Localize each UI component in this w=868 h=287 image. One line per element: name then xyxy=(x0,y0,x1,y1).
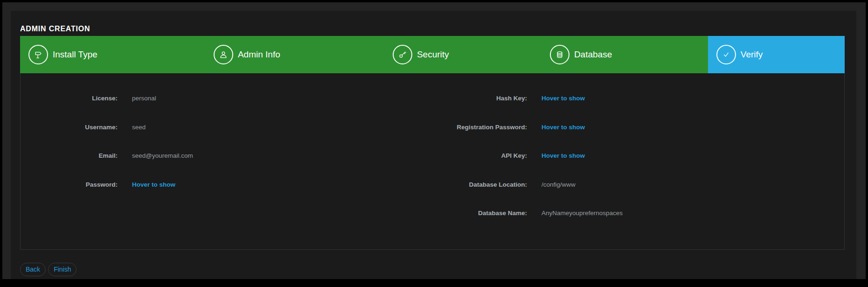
step-icon-ring xyxy=(214,45,233,64)
step-label: Database xyxy=(574,49,612,60)
page-background: ADMIN CREATION Install Type xyxy=(2,2,866,279)
hover-to-show-link[interactable]: Hover to show xyxy=(542,124,585,131)
step-icon-ring xyxy=(716,45,736,64)
form-row: Username: seed xyxy=(21,113,432,142)
field-label: API Key: xyxy=(432,152,527,159)
step-icon-ring xyxy=(28,45,48,64)
field-label: Registration Password: xyxy=(432,124,527,131)
step-label: Verify xyxy=(741,49,763,60)
hover-to-show-link[interactable]: Hover to show xyxy=(542,152,585,159)
step-verify[interactable]: Verify xyxy=(708,36,845,73)
step-icon-ring xyxy=(393,45,412,64)
field-label: Username: xyxy=(21,124,118,131)
field-label: Database Location: xyxy=(432,181,527,188)
form-row: Registration Password: Hover to show xyxy=(432,113,844,142)
field-label: Database Name: xyxy=(432,210,527,217)
hover-to-show-link[interactable]: Hover to show xyxy=(542,95,585,102)
summary-column-left: License: personal Username: seed Email: … xyxy=(21,84,432,249)
finish-button[interactable]: Finish xyxy=(48,263,76,276)
user-icon xyxy=(218,49,229,60)
step-label: Security xyxy=(417,49,449,60)
form-row: Database Location: /config/www xyxy=(432,170,844,199)
signpost-icon xyxy=(33,49,43,60)
field-value: seed xyxy=(132,124,146,131)
form-row: API Key: Hover to show xyxy=(432,141,844,170)
field-value: personal xyxy=(132,95,156,102)
step-install-type[interactable]: Install Type xyxy=(20,36,205,73)
hover-to-show-link[interactable]: Hover to show xyxy=(132,181,175,188)
step-database[interactable]: Database xyxy=(542,36,708,73)
field-label: Email: xyxy=(21,152,118,159)
summary-column-right: Hash Key: Hover to show Registration Pas… xyxy=(432,84,844,249)
form-row: Password: Hover to show xyxy=(21,170,432,199)
page-title: ADMIN CREATION xyxy=(20,24,856,34)
field-value: seed@youremail.com xyxy=(132,152,193,159)
form-row: Database Name: AnyNameyouprefernospaces xyxy=(432,199,844,228)
wizard-steps-bar: Install Type Admin Info xyxy=(20,36,845,73)
form-row: License: personal xyxy=(21,84,432,113)
wizard-footer: Back Finish xyxy=(20,263,856,276)
check-icon xyxy=(721,49,731,60)
step-label: Install Type xyxy=(53,49,97,60)
key-icon xyxy=(397,49,408,60)
form-row: Hash Key: Hover to show xyxy=(432,84,844,113)
verify-summary: License: personal Username: seed Email: … xyxy=(20,73,845,250)
step-admin-info[interactable]: Admin Info xyxy=(205,36,384,73)
step-icon-ring xyxy=(550,45,569,64)
database-icon xyxy=(555,49,565,60)
field-label: Hash Key: xyxy=(432,95,527,102)
screenshot-frame: ADMIN CREATION Install Type xyxy=(0,0,868,287)
admin-creation-panel: ADMIN CREATION Install Type xyxy=(11,11,856,279)
field-value: /config/www xyxy=(542,181,576,188)
field-label: Password: xyxy=(21,181,118,188)
step-security[interactable]: Security xyxy=(384,36,542,73)
back-button[interactable]: Back xyxy=(20,263,46,276)
setup-wizard: Install Type Admin Info xyxy=(20,36,845,250)
step-label: Admin Info xyxy=(238,49,280,60)
form-row: Email: seed@youremail.com xyxy=(21,141,432,170)
field-label: License: xyxy=(21,95,118,102)
field-value: AnyNameyouprefernospaces xyxy=(542,210,623,217)
